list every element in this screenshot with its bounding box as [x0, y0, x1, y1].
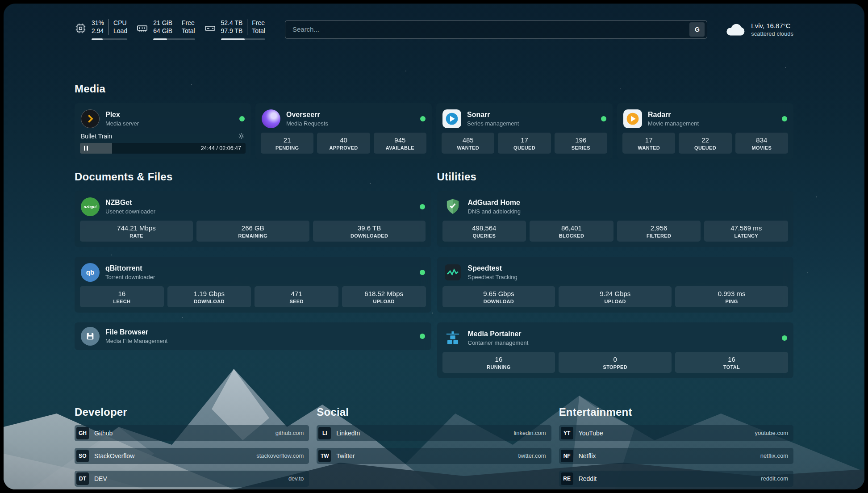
app-link-nzbget[interactable]: nzbget NZBGet Usenet downloader — [80, 196, 426, 221]
app-card-plex: Plex Media server Bullet Train — [75, 103, 251, 159]
stat-value: 471 — [291, 290, 302, 297]
bookmark-netflix[interactable]: NF Netflix netflix.com — [559, 448, 793, 464]
memory-total-value: 64 GiB — [153, 27, 172, 35]
stat-label: DOWNLOAD — [484, 299, 514, 304]
stat-total: 16 TOTAL — [675, 352, 788, 373]
stat-value: 16 — [728, 355, 735, 363]
stat-label: MOVIES — [752, 145, 772, 150]
stat-available: 945 AVAILABLE — [374, 133, 426, 154]
app-link-portainer[interactable]: Media Portainer Container management — [442, 327, 789, 352]
stat-pending: 21 PENDING — [261, 133, 313, 154]
app-link-sonarr[interactable]: Sonarr Series management — [442, 108, 607, 133]
memory-progress-bar — [153, 38, 195, 40]
stat-label: TOTAL — [723, 364, 740, 370]
weather-widget: Lviv, 16.87°C scattered clouds — [725, 22, 793, 37]
cpu-progress-bar — [92, 38, 127, 40]
app-subtitle: Speedtest Tracking — [468, 274, 517, 280]
status-dot — [420, 334, 425, 339]
bookmark-youtube[interactable]: YT YouTube youtube.com — [559, 425, 793, 441]
bookmark-stackoverflow[interactable]: SO StackOverflow stackoverflow.com — [75, 448, 309, 464]
stat-movies: 834 MOVIES — [735, 133, 788, 154]
stat-ping: 0.993 ms PING — [675, 286, 788, 307]
memory-readout: 21 GiB 64 GiB Free Total — [153, 19, 195, 40]
app-name: Radarr — [648, 110, 699, 119]
section-documents: Documents & Files nzbget NZBGet Usenet d… — [75, 171, 431, 350]
bookmark-dev[interactable]: DT DEV dev.to — [75, 471, 309, 487]
stat-downloaded: 39.6 TB DOWNLOADED — [313, 221, 426, 242]
bookmark-github[interactable]: GH Github github.com — [75, 425, 309, 441]
now-playing-time: 24:44 / 02:06:47 — [201, 145, 241, 151]
stat-value: 498,564 — [472, 224, 496, 232]
stat-value: 485 — [463, 136, 474, 144]
section-title-social: Social — [317, 406, 551, 418]
stat-label: FILTERED — [647, 233, 671, 238]
app-link-radarr[interactable]: Radarr Movie management — [622, 108, 788, 133]
monitor-divider — [108, 19, 109, 35]
stat-label: WANTED — [638, 145, 659, 150]
cpu-percent: 31% — [92, 19, 104, 27]
app-name: Speedtest — [468, 264, 517, 273]
stat-value: 40 — [340, 136, 347, 144]
twitter-abbr-icon: TW — [318, 450, 331, 462]
cloud-icon — [725, 23, 746, 36]
stat-label: BLOCKED — [559, 233, 584, 238]
qbittorrent-icon: qb — [81, 263, 100, 282]
weather-location: Lviv, 16.87°C — [751, 22, 793, 29]
stackoverflow-abbr-icon: SO — [76, 450, 89, 462]
app-link-adguard[interactable]: AdGuard Home DNS and adblocking — [442, 196, 789, 221]
plex-progress-bar[interactable]: 24:44 / 02:06:47 — [80, 143, 246, 154]
stat-label: LEECH — [113, 299, 130, 304]
stat-value: 2,956 — [651, 224, 668, 232]
overseerr-icon — [262, 109, 280, 128]
section-title-media: Media — [75, 83, 793, 95]
disk-readout: 52.4 TB 97.9 TB Free Total — [221, 19, 265, 40]
stat-latency: 47.569 ms LATENCY — [704, 221, 788, 242]
stat-label: QUERIES — [473, 233, 496, 238]
stat-value: 834 — [756, 136, 767, 144]
pause-icon[interactable] — [84, 146, 88, 150]
status-dot — [420, 270, 425, 275]
stat-value: 9.65 Gbps — [483, 290, 514, 297]
app-name: qBittorrent — [105, 264, 155, 273]
section-title-documents: Documents & Files — [75, 171, 431, 183]
app-link-plex[interactable]: Plex Media server — [80, 108, 246, 133]
disk-free-value: 52.4 TB — [221, 19, 243, 27]
top-bar: 31% 2.94 CPU Load — [75, 4, 793, 40]
cpu-icon — [75, 22, 87, 34]
search-bar[interactable]: G — [285, 20, 707, 39]
app-subtitle: Usenet downloader — [105, 208, 155, 215]
stat-label: UPLOAD — [605, 299, 626, 304]
app-link-overseerr[interactable]: Overseerr Media Requests — [261, 108, 426, 133]
stat-approved: 40 APPROVED — [317, 133, 370, 154]
search-input[interactable] — [292, 25, 689, 33]
memory-free-value: 21 GiB — [153, 19, 172, 27]
stat-seed: 471 SEED — [255, 286, 338, 307]
cpu-readout: 31% 2.94 CPU Load — [92, 19, 127, 40]
resource-monitors: 31% 2.94 CPU Load — [75, 19, 265, 40]
stat-value: 196 — [575, 136, 586, 144]
app-name: Media Portainer — [468, 330, 529, 338]
app-link-filebrowser[interactable]: File Browser Media File Management — [80, 326, 426, 347]
bookmark-linkedin[interactable]: LI LinkedIn linkedin.com — [317, 425, 551, 441]
disk-total-label: Total — [252, 27, 265, 35]
disk-icon — [204, 22, 216, 34]
stat-upload: 618.52 Mbps UPLOAD — [342, 286, 426, 307]
status-dot — [420, 116, 426, 121]
stat-queued: 17 QUEUED — [498, 133, 551, 154]
search-engine-button[interactable]: G — [689, 22, 705, 37]
stat-blocked: 86,401 BLOCKED — [530, 221, 613, 242]
memory-monitor: 21 GiB 64 GiB Free Total — [136, 19, 195, 40]
bookmark-domain: github.com — [275, 430, 304, 436]
stat-value: 0 — [613, 355, 617, 363]
app-subtitle: DNS and adblocking — [468, 208, 521, 215]
stat-wanted: 485 WANTED — [442, 133, 494, 154]
bookmark-twitter[interactable]: TW Twitter twitter.com — [317, 448, 551, 464]
app-link-qbittorrent[interactable]: qb qBittorrent Torrent downloader — [80, 261, 426, 286]
bookmark-reddit[interactable]: RE Reddit reddit.com — [559, 471, 793, 487]
app-subtitle: Torrent downloader — [105, 274, 155, 280]
stat-value: 1.19 Gbps — [194, 290, 225, 297]
monitor-divider — [177, 19, 177, 35]
app-card-nzbget: nzbget NZBGet Usenet downloader 744.21 M… — [75, 191, 431, 247]
app-link-speedtest[interactable]: Speedtest Speedtest Tracking — [442, 261, 789, 286]
gear-icon[interactable] — [238, 133, 245, 139]
